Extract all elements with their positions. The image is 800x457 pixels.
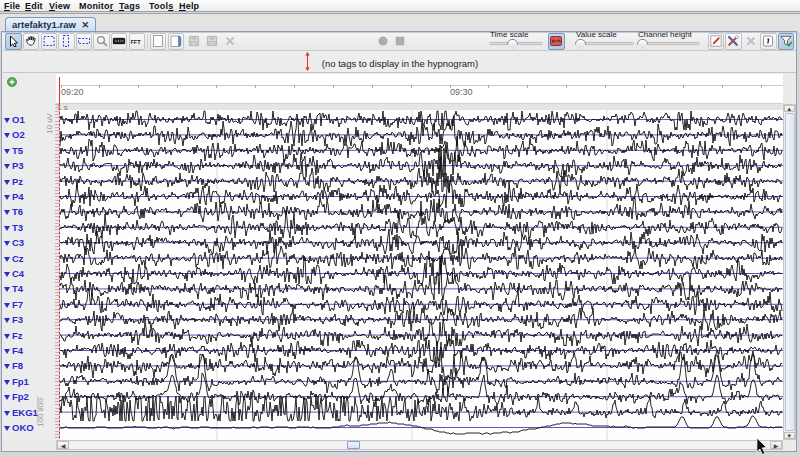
svg-text:FFT: FFT	[130, 39, 141, 45]
